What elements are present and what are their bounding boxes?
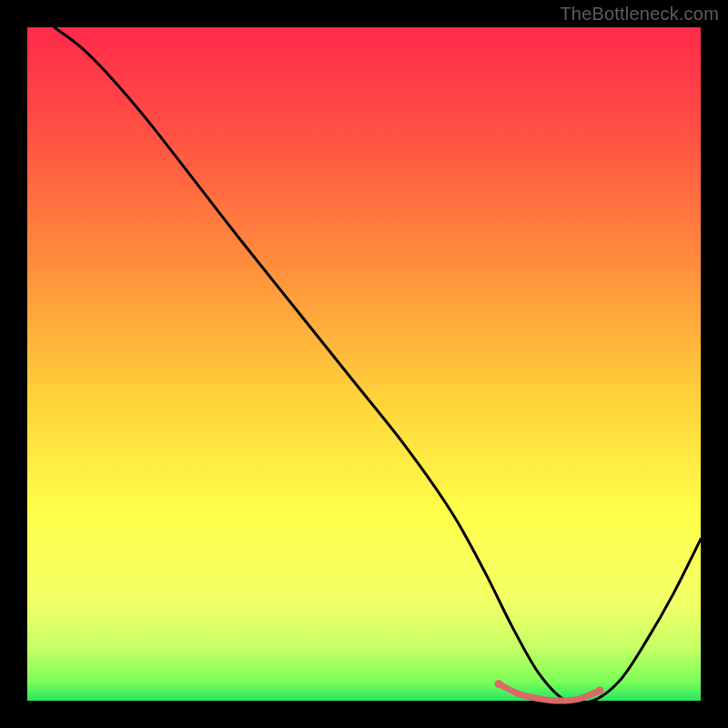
watermark-text: TheBottleneck.com xyxy=(560,4,719,25)
optimal-band-endpoint xyxy=(596,686,604,694)
chart-frame: TheBottleneck.com xyxy=(0,0,728,728)
bottleneck-chart xyxy=(0,0,728,728)
plot-background xyxy=(27,27,701,701)
optimal-band-endpoint xyxy=(495,680,503,688)
